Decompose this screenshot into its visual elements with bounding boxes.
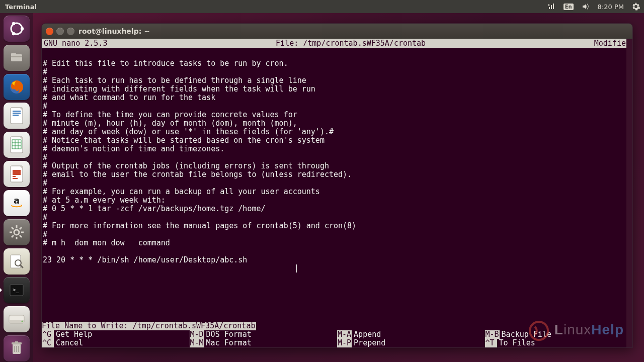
nano-save-prompt[interactable]: File Name to Write: /tmp/crontab.sWF35A/… (42, 322, 632, 330)
network-indicator[interactable] (543, 0, 559, 13)
nano-shortcut-desc: Mac Format (204, 339, 252, 347)
nano-shortcut-desc: Get Help (54, 330, 92, 339)
terminal-scrollbar[interactable] (626, 39, 632, 347)
text-cursor (296, 264, 297, 273)
nano-prompt-text: File Name to Write: /tmp/crontab.sWF35A/… (42, 322, 256, 330)
svg-rect-6 (11, 56, 22, 57)
nano-shortcut: M-BBackup File (485, 330, 633, 339)
svg-rect-22 (13, 176, 16, 177)
active-app-title: Terminal (0, 3, 37, 11)
nano-shortcut-key: ^C (42, 339, 54, 347)
launcher-libreoffice-writer[interactable] (3, 102, 30, 129)
nano-shortcut-key: M-B (485, 330, 500, 339)
nano-content[interactable]: # Edit this file to introduce tasks to b… (42, 48, 632, 265)
svg-point-2 (12, 22, 15, 25)
session-indicator[interactable] (628, 0, 644, 13)
nano-shortcut-desc: To Files (497, 339, 535, 347)
top-panel: Terminal En 8:20 PM (0, 0, 644, 13)
nano-shortcut-desc: Append (352, 330, 381, 339)
svg-line-33 (20, 227, 22, 229)
svg-rect-4 (11, 54, 22, 61)
launcher-trash[interactable] (3, 335, 30, 362)
svg-point-3 (12, 32, 15, 35)
svg-text:a: a (14, 195, 20, 206)
nano-shortcut: M-AAppend (337, 330, 485, 339)
nano-shortcut: M-MMac Format (190, 339, 338, 347)
nano-shortcut: M-DDOS Format (190, 330, 338, 339)
window-title: root@linuxhelp: ~ (78, 27, 150, 35)
nano-shortcut-key: M-A (337, 330, 352, 339)
svg-rect-45 (15, 341, 18, 343)
nano-shortcut: ^GGet Help (42, 330, 190, 339)
svg-line-32 (20, 235, 22, 237)
launcher-firefox[interactable] (3, 73, 30, 101)
terminal-window: root@linuxhelp: ~ GNU nano 2.5.3 File: /… (41, 23, 633, 348)
launcher-ubuntu-dash[interactable] (3, 15, 30, 42)
svg-line-34 (12, 235, 14, 237)
nano-shortcut-key: M-D (190, 330, 204, 339)
nano-shortcut-key: ^T (485, 339, 497, 347)
nano-shortcut-key: ^G (42, 330, 54, 339)
terminal-body[interactable]: GNU nano 2.5.3 File: /tmp/crontab.sWF35A… (42, 39, 632, 347)
window-maximize-button[interactable] (67, 28, 74, 35)
nano-shortcut: ^TTo Files (485, 339, 633, 347)
nano-header: GNU nano 2.5.3 File: /tmp/crontab.sWF35A… (42, 39, 632, 48)
nano-shortcut-desc: Backup File (500, 330, 551, 339)
launcher-search-lens[interactable] (3, 248, 30, 275)
nano-shortcut-key: M-M (190, 339, 204, 347)
launcher-amazon[interactable]: a (3, 190, 30, 217)
svg-rect-13 (11, 137, 23, 153)
svg-rect-9 (13, 111, 21, 112)
svg-text:>_: >_ (13, 287, 20, 293)
window-close-button[interactable] (46, 28, 53, 35)
launcher-libreoffice-calc[interactable] (3, 131, 30, 158)
launcher-libreoffice-impress[interactable] (3, 160, 30, 188)
svg-rect-23 (13, 178, 18, 179)
window-minimize-button[interactable] (56, 28, 64, 35)
launcher-external-drive[interactable] (3, 306, 30, 333)
svg-point-42 (22, 321, 23, 322)
nano-shortcut-desc: DOS Format (204, 330, 252, 339)
nano-shortcuts-row2: ^CCancelM-MMac FormatM-PPrepend^TTo File… (42, 339, 632, 347)
window-titlebar[interactable]: root@linuxhelp: ~ (42, 24, 632, 39)
nano-file-label: File: /tmp/crontab.sWF35A/crontab (107, 39, 594, 48)
svg-rect-21 (13, 170, 21, 175)
svg-rect-10 (13, 113, 21, 114)
clock[interactable]: 8:20 PM (594, 0, 628, 13)
nano-shortcut: M-PPrepend (337, 339, 485, 347)
sound-indicator[interactable] (578, 0, 594, 13)
nano-shortcut-desc: Cancel (54, 339, 83, 347)
nano-shortcut-key: M-P (337, 339, 352, 347)
launcher-system-settings[interactable] (3, 219, 30, 246)
svg-line-31 (12, 227, 14, 229)
nano-footer: File Name to Write: /tmp/crontab.sWF35A/… (42, 322, 632, 347)
launcher: a >_ (0, 13, 33, 362)
launcher-files[interactable] (3, 44, 30, 71)
nano-version: GNU nano 2.5.3 (44, 39, 107, 48)
nano-shortcut: ^CCancel (42, 339, 190, 347)
nano-shortcuts-row1: ^GGet HelpM-DDOS FormatM-AAppendM-BBacku… (42, 330, 632, 339)
svg-rect-11 (13, 115, 19, 116)
svg-point-26 (14, 230, 19, 235)
svg-rect-5 (11, 53, 16, 55)
launcher-terminal[interactable]: >_ (3, 277, 30, 304)
nano-status: Modified (594, 39, 630, 48)
keyboard-indicator[interactable]: En (559, 0, 578, 13)
nano-shortcut-desc: Prepend (352, 339, 385, 347)
svg-point-1 (21, 27, 24, 30)
